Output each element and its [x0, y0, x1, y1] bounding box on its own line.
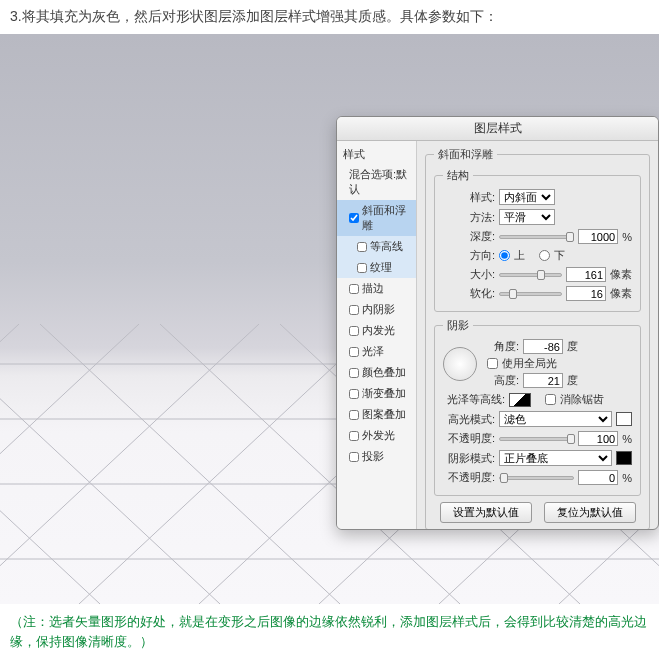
bevel-group: 斜面和浮雕 结构 样式:内斜面 方法:平滑 深度:% 方向:上 下 大小:像素 …: [425, 147, 650, 530]
highlight-opacity-slider[interactable]: [499, 437, 574, 441]
angle-wheel[interactable]: [443, 347, 477, 381]
shadow-opacity-unit: %: [622, 472, 632, 484]
highlight-opacity-label: 不透明度:: [443, 431, 495, 446]
dialog-title: 图层样式: [337, 117, 658, 141]
sidebar-item-12[interactable]: 投影: [337, 446, 416, 467]
sidebar-item-3[interactable]: 纹理: [337, 257, 416, 278]
highlight-opacity-unit: %: [622, 433, 632, 445]
sidebar-item-7[interactable]: 光泽: [337, 341, 416, 362]
highlight-mode-label: 高光模式:: [443, 412, 495, 427]
svg-line-2: [40, 324, 340, 604]
shading-group: 阴影 角度:度 使用全局光 高度:度 光泽等高线: 消除锯齿 高光模式:滤色 不…: [434, 318, 641, 496]
settings-panel: 斜面和浮雕 结构 样式:内斜面 方法:平滑 深度:% 方向:上 下 大小:像素 …: [417, 141, 658, 530]
sidebar-label-1: 斜面和浮雕: [362, 203, 410, 233]
global-light-checkbox[interactable]: [487, 358, 498, 369]
direction-down-label: 下: [554, 248, 565, 263]
altitude-unit: 度: [567, 373, 578, 388]
depth-slider[interactable]: [499, 235, 574, 239]
size-unit: 像素: [610, 267, 632, 282]
shadow-mode-label: 阴影模式:: [443, 451, 495, 466]
reset-default-button[interactable]: 复位为默认值: [544, 502, 636, 523]
method-label: 方法:: [443, 210, 495, 225]
sidebar-item-10[interactable]: 图案叠加: [337, 404, 416, 425]
highlight-opacity-input[interactable]: [578, 431, 618, 446]
sidebar-checkbox-1[interactable]: [349, 213, 359, 223]
highlight-color-swatch[interactable]: [616, 412, 632, 426]
sidebar-checkbox-11[interactable]: [349, 431, 359, 441]
highlight-mode-select[interactable]: 滤色: [499, 411, 612, 427]
depth-input[interactable]: [578, 229, 618, 244]
sidebar-checkbox-12[interactable]: [349, 452, 359, 462]
preview-background: 图层样式 样式 混合选项:默认斜面和浮雕等高线纹理描边内阴影内发光光泽颜色叠加渐…: [0, 34, 659, 604]
shadow-opacity-input[interactable]: [578, 470, 618, 485]
sidebar-checkbox-10[interactable]: [349, 410, 359, 420]
sidebar-item-1[interactable]: 斜面和浮雕: [337, 200, 416, 236]
altitude-input[interactable]: [523, 373, 563, 388]
soften-unit: 像素: [610, 286, 632, 301]
sidebar-checkbox-3[interactable]: [357, 263, 367, 273]
global-light-label: 使用全局光: [502, 356, 557, 371]
sidebar-label-0: 混合选项:默认: [349, 167, 410, 197]
structure-group: 结构 样式:内斜面 方法:平滑 深度:% 方向:上 下 大小:像素 软化:像素: [434, 168, 641, 312]
style-select[interactable]: 内斜面: [499, 189, 555, 205]
sidebar-checkbox-5[interactable]: [349, 305, 359, 315]
method-select[interactable]: 平滑: [499, 209, 555, 225]
soften-input[interactable]: [566, 286, 606, 301]
gloss-contour-picker[interactable]: [509, 393, 531, 407]
sidebar-checkbox-8[interactable]: [349, 368, 359, 378]
size-input[interactable]: [566, 267, 606, 282]
sidebar-checkbox-6[interactable]: [349, 326, 359, 336]
sidebar-header: 样式: [337, 145, 416, 164]
structure-legend: 结构: [443, 168, 473, 183]
sidebar-checkbox-9[interactable]: [349, 389, 359, 399]
footnote: （注：选者矢量图形的好处，就是在变形之后图像的边缘依然锐利，添加图层样式后，会得…: [0, 604, 659, 659]
angle-unit: 度: [567, 339, 578, 354]
sidebar-item-9[interactable]: 渐变叠加: [337, 383, 416, 404]
svg-line-15: [0, 324, 19, 604]
sidebar-label-7: 光泽: [362, 344, 384, 359]
sidebar-item-11[interactable]: 外发光: [337, 425, 416, 446]
angle-label: 角度:: [487, 339, 519, 354]
gloss-contour-label: 光泽等高线:: [443, 392, 505, 407]
direction-down-radio[interactable]: [539, 250, 550, 261]
shadow-opacity-label: 不透明度:: [443, 470, 495, 485]
soften-slider[interactable]: [499, 292, 562, 296]
svg-line-1: [0, 324, 220, 604]
sidebar-item-2[interactable]: 等高线: [337, 236, 416, 257]
antialias-label: 消除锯齿: [560, 392, 604, 407]
sidebar-label-5: 内阴影: [362, 302, 395, 317]
svg-line-12: [79, 324, 379, 604]
direction-up-radio[interactable]: [499, 250, 510, 261]
size-slider[interactable]: [499, 273, 562, 277]
sidebar-item-8[interactable]: 颜色叠加: [337, 362, 416, 383]
sidebar-checkbox-4[interactable]: [349, 284, 359, 294]
shadow-opacity-slider[interactable]: [499, 476, 574, 480]
sidebar-label-12: 投影: [362, 449, 384, 464]
sidebar-label-4: 描边: [362, 281, 384, 296]
angle-input[interactable]: [523, 339, 563, 354]
style-label: 样式:: [443, 190, 495, 205]
shading-legend: 阴影: [443, 318, 473, 333]
sidebar-item-4[interactable]: 描边: [337, 278, 416, 299]
styles-sidebar: 样式 混合选项:默认斜面和浮雕等高线纹理描边内阴影内发光光泽颜色叠加渐变叠加图案…: [337, 141, 417, 530]
depth-label: 深度:: [443, 229, 495, 244]
layer-style-dialog: 图层样式 样式 混合选项:默认斜面和浮雕等高线纹理描边内阴影内发光光泽颜色叠加渐…: [336, 116, 659, 530]
size-label: 大小:: [443, 267, 495, 282]
sidebar-item-5[interactable]: 内阴影: [337, 299, 416, 320]
sidebar-label-3: 纹理: [370, 260, 392, 275]
soften-label: 软化:: [443, 286, 495, 301]
make-default-button[interactable]: 设置为默认值: [440, 502, 532, 523]
sidebar-item-0[interactable]: 混合选项:默认: [337, 164, 416, 200]
sidebar-label-9: 渐变叠加: [362, 386, 406, 401]
shadow-mode-select[interactable]: 正片叠底: [499, 450, 612, 466]
sidebar-label-11: 外发光: [362, 428, 395, 443]
sidebar-checkbox-7[interactable]: [349, 347, 359, 357]
sidebar-checkbox-2[interactable]: [357, 242, 367, 252]
antialias-checkbox[interactable]: [545, 394, 556, 405]
shadow-color-swatch[interactable]: [616, 451, 632, 465]
sidebar-item-6[interactable]: 内发光: [337, 320, 416, 341]
sidebar-label-2: 等高线: [370, 239, 403, 254]
bevel-legend: 斜面和浮雕: [434, 147, 497, 162]
sidebar-label-6: 内发光: [362, 323, 395, 338]
direction-label: 方向:: [443, 248, 495, 263]
